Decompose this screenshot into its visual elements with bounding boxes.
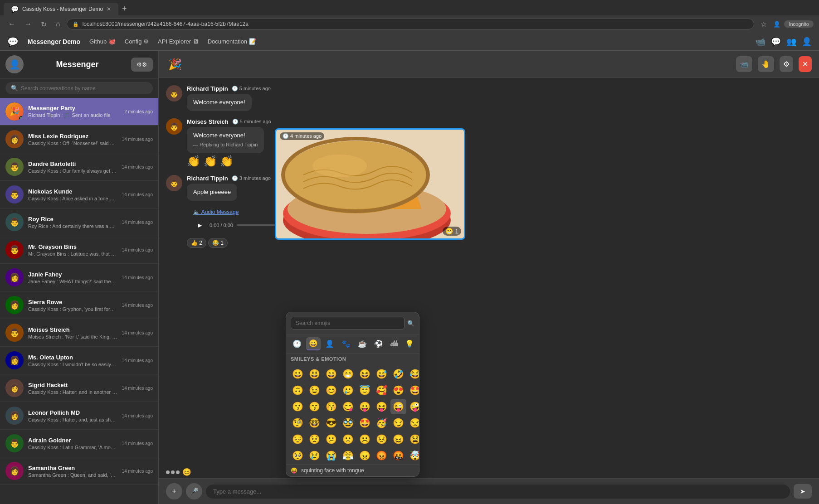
emoji-cell[interactable]: 🥳 (374, 415, 390, 431)
emoji-cat-animals[interactable]: 🐾 (339, 337, 353, 350)
list-item[interactable]: 👩 Ms. Oleta Upton Cassidy Koss : I would… (0, 347, 158, 374)
emoji-cell[interactable]: 🥸 (340, 415, 356, 431)
emoji-cell[interactable]: 😏 (390, 415, 406, 431)
emoji-cell[interactable]: 😤 (340, 448, 356, 463)
emoji-cell[interactable]: 😅 (374, 366, 390, 382)
list-item[interactable]: 👩 Janie Fahey Janie Fahey : WHAT things?… (0, 264, 158, 291)
emoji-cell[interactable]: 🤓 (307, 415, 322, 431)
emoji-cell[interactable]: 🤪 (407, 399, 419, 414)
home-button[interactable]: ⌂ (53, 18, 63, 30)
list-item[interactable]: 👨 Roy Rice Roy Rice : And certainly ther… (0, 208, 158, 236)
emoji-cell[interactable]: 😫 (407, 431, 419, 447)
nav-api[interactable]: API Explorer 🖥 (158, 38, 199, 45)
emoji-cell[interactable]: 😖 (390, 431, 406, 447)
emoji-cell[interactable]: 🥲 (340, 383, 356, 398)
list-item[interactable]: 👨 Nickolas Kunde Cassidy Koss : Alice as… (0, 181, 158, 208)
reaction-laugh[interactable]: 😂 1 (208, 238, 228, 248)
emoji-cell[interactable]: 😁 (340, 366, 356, 382)
emoji-cell[interactable]: 😕 (323, 431, 339, 447)
nav-config[interactable]: Config ⚙ (125, 38, 149, 45)
reload-button[interactable]: ↻ (38, 18, 49, 30)
emoji-cat-recent[interactable]: 🕐 (290, 337, 304, 350)
sidebar-settings-button[interactable]: ⚙⚙ (131, 58, 153, 72)
emoji-cell[interactable]: 😒 (407, 415, 419, 431)
emoji-cell[interactable]: 😎 (323, 415, 339, 431)
emoji-cat-symbols[interactable]: 🎵 (419, 337, 419, 350)
play-button[interactable]: ▶ (193, 219, 206, 232)
list-item[interactable]: 👨 Moises Streich Moises Streich : 'Nor I… (0, 319, 158, 347)
address-bar[interactable]: 🔒 localhost:8000/messenger/942e4166-6467… (67, 19, 755, 29)
emoji-cat-activities[interactable]: ⚽ (371, 337, 386, 350)
emoji-cell[interactable]: 😉 (307, 383, 322, 398)
list-item[interactable]: 👩 Leonor Pollich MD Cassidy Koss : Hatte… (0, 402, 158, 430)
bookmark-button[interactable]: ☆ (758, 18, 770, 30)
emoji-cell[interactable]: 😊 (323, 383, 339, 398)
emoji-cell[interactable]: 🧐 (290, 415, 306, 431)
settings-button[interactable]: ⚙ (780, 56, 793, 72)
reaction-thumbsup[interactable]: 👍 2 (187, 238, 206, 248)
emoji-cell[interactable]: 😋 (340, 399, 356, 414)
emoji-cell[interactable]: 😄 (323, 366, 339, 382)
emoji-cell[interactable]: 😛 (357, 399, 373, 414)
emoji-cell[interactable]: 😗 (290, 399, 306, 414)
emoji-cell[interactable]: 😡 (374, 448, 390, 463)
video-call-icon[interactable]: 📹 (756, 37, 765, 47)
emoji-cat-food[interactable]: ☕ (355, 337, 370, 350)
video-call-button[interactable]: 📹 (736, 56, 752, 72)
nav-github[interactable]: Github 🐙 (89, 38, 116, 45)
emoji-cell[interactable]: 😝 (374, 399, 390, 414)
emoji-cell[interactable]: 😃 (307, 366, 322, 382)
emoji-search-input[interactable] (291, 317, 405, 330)
emoji-cell[interactable]: 😍 (390, 383, 406, 398)
emoji-cell[interactable]: 😟 (307, 431, 322, 447)
contacts-icon[interactable]: 👥 (786, 37, 796, 47)
list-item[interactable]: 👨 Dandre Bartoletti Cassidy Koss : Our f… (0, 153, 158, 181)
emoji-cell[interactable]: 🤯 (407, 448, 419, 463)
emoji-cell[interactable]: 🤩 (407, 383, 419, 398)
emoji-cell[interactable]: 😇 (357, 383, 373, 398)
close-chat-button[interactable]: ✕ (799, 56, 812, 72)
list-item[interactable]: 👩 Sierra Rowe Cassidy Koss : Gryphon, 'y… (0, 291, 158, 319)
list-item[interactable]: 👩 Miss Lexie Rodriguez Cassidy Koss : Of… (0, 126, 158, 153)
emoji-cell[interactable]: 😔 (290, 431, 306, 447)
user-avatar-icon[interactable]: 👤 (802, 37, 812, 47)
emoji-cell[interactable]: 😢 (307, 448, 322, 463)
emoji-cell[interactable]: 🙃 (290, 383, 306, 398)
wave-button[interactable]: 🤚 (758, 56, 774, 72)
emoji-cell[interactable]: 🥺 (290, 448, 306, 463)
add-attachment-button[interactable]: + (166, 483, 182, 499)
emoji-cell[interactable]: 🥰 (374, 383, 390, 398)
emoji-cat-travel[interactable]: 🏙 (388, 337, 400, 350)
emoji-cell-highlighted[interactable]: 😜 (390, 399, 406, 414)
new-tab-button[interactable]: + (118, 2, 131, 15)
tab-close-button[interactable]: ✕ (107, 6, 111, 12)
emoji-cat-people[interactable]: 👤 (322, 337, 337, 350)
emoji-cell[interactable]: 😂 (407, 366, 419, 382)
list-item[interactable]: 👨 Adrain Goldner Cassidy Koss : Latin Gr… (0, 430, 158, 457)
message-input[interactable] (206, 485, 790, 499)
emoji-cat-objects[interactable]: 💡 (402, 337, 417, 350)
emoji-cell[interactable]: 😆 (357, 366, 373, 382)
mic-button[interactable]: 🎤 (186, 483, 202, 499)
emoji-cell[interactable]: 🙁 (340, 431, 356, 447)
forward-button[interactable]: → (22, 18, 34, 30)
nav-docs[interactable]: Documentation 📝 (208, 38, 256, 45)
active-tab[interactable]: 💬 Cassidy Koss - Messenger Demo ✕ (4, 3, 118, 15)
list-item[interactable]: 🎉 Messenger Party Richard Tippin : 🎵 Sen… (0, 98, 158, 126)
list-item[interactable]: 👩 Sigrid Hackett Cassidy Koss : Hatter: … (0, 374, 158, 402)
search-input[interactable] (21, 85, 147, 92)
chat-icon[interactable]: 💬 (771, 37, 781, 47)
emoji-cell[interactable]: 😚 (323, 399, 339, 414)
back-button[interactable]: ← (5, 18, 18, 30)
emoji-cell[interactable]: 🤣 (390, 366, 406, 382)
list-item[interactable]: 👨 Mr. Grayson Bins Mr. Grayson Bins : La… (0, 236, 158, 264)
emoji-cell[interactable]: ☹️ (357, 431, 373, 447)
emoji-cell[interactable]: 🤩 (357, 415, 373, 431)
emoji-cell[interactable]: 😀 (290, 366, 306, 382)
emoji-cell[interactable]: 😭 (323, 448, 339, 463)
emoji-cell[interactable]: 😙 (307, 399, 322, 414)
emoji-cell[interactable]: 🤬 (390, 448, 406, 463)
send-button[interactable]: ➤ (794, 484, 812, 499)
list-item[interactable]: 👩 Samantha Green Samantha Green : Queen,… (0, 457, 158, 485)
emoji-cat-smileys[interactable]: 😀 (306, 337, 321, 350)
